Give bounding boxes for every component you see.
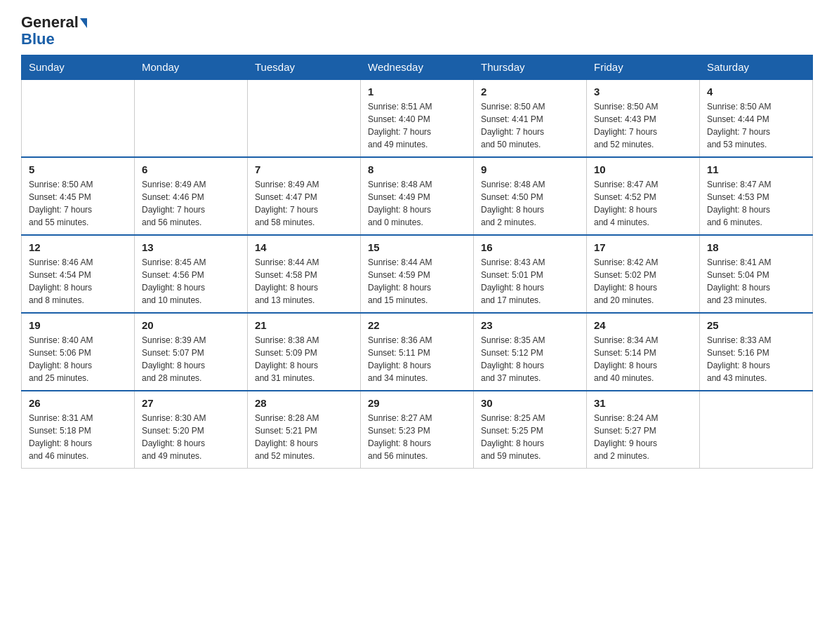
calendar-day-9: 9Sunrise: 8:48 AM Sunset: 4:50 PM Daylig… [474, 157, 587, 235]
day-number: 12 [29, 241, 127, 253]
calendar-empty-cell [248, 79, 361, 157]
day-info: Sunrise: 8:50 AM Sunset: 4:41 PM Dayligh… [481, 100, 579, 151]
calendar-day-3: 3Sunrise: 8:50 AM Sunset: 4:43 PM Daylig… [587, 79, 700, 157]
calendar-day-17: 17Sunrise: 8:42 AM Sunset: 5:02 PM Dayli… [587, 235, 700, 313]
day-number: 2 [481, 86, 579, 98]
day-number: 22 [368, 319, 466, 331]
day-number: 11 [707, 163, 805, 175]
calendar-empty-cell [22, 79, 135, 157]
day-number: 19 [29, 319, 127, 331]
calendar-day-30: 30Sunrise: 8:25 AM Sunset: 5:25 PM Dayli… [474, 391, 587, 469]
day-header-sunday: Sunday [22, 55, 135, 80]
calendar-day-1: 1Sunrise: 8:51 AM Sunset: 4:40 PM Daylig… [361, 79, 474, 157]
calendar-empty-cell [700, 391, 813, 469]
calendar-day-28: 28Sunrise: 8:28 AM Sunset: 5:21 PM Dayli… [248, 391, 361, 469]
logo: General Blue [21, 14, 87, 48]
day-number: 1 [368, 86, 466, 98]
logo-blue-text: Blue [21, 30, 55, 48]
day-info: Sunrise: 8:41 AM Sunset: 5:04 PM Dayligh… [707, 256, 805, 307]
calendar-header-row: SundayMondayTuesdayWednesdayThursdayFrid… [22, 55, 813, 80]
calendar-day-18: 18Sunrise: 8:41 AM Sunset: 5:04 PM Dayli… [700, 235, 813, 313]
calendar-day-13: 13Sunrise: 8:45 AM Sunset: 4:56 PM Dayli… [135, 235, 248, 313]
day-number: 20 [142, 319, 240, 331]
page-header: General Blue [21, 14, 813, 48]
calendar-day-31: 31Sunrise: 8:24 AM Sunset: 5:27 PM Dayli… [587, 391, 700, 469]
day-number: 6 [142, 163, 240, 175]
day-info: Sunrise: 8:46 AM Sunset: 4:54 PM Dayligh… [29, 256, 127, 307]
day-info: Sunrise: 8:28 AM Sunset: 5:21 PM Dayligh… [255, 412, 353, 462]
day-info: Sunrise: 8:50 AM Sunset: 4:44 PM Dayligh… [707, 100, 805, 151]
day-info: Sunrise: 8:33 AM Sunset: 5:16 PM Dayligh… [707, 334, 805, 384]
calendar-day-7: 7Sunrise: 8:49 AM Sunset: 4:47 PM Daylig… [248, 157, 361, 235]
calendar-week-row: 1Sunrise: 8:51 AM Sunset: 4:40 PM Daylig… [22, 79, 813, 157]
calendar-week-row: 19Sunrise: 8:40 AM Sunset: 5:06 PM Dayli… [22, 313, 813, 391]
calendar-day-27: 27Sunrise: 8:30 AM Sunset: 5:20 PM Dayli… [135, 391, 248, 469]
day-info: Sunrise: 8:47 AM Sunset: 4:53 PM Dayligh… [707, 178, 805, 229]
day-info: Sunrise: 8:42 AM Sunset: 5:02 PM Dayligh… [594, 256, 692, 307]
day-info: Sunrise: 8:27 AM Sunset: 5:23 PM Dayligh… [368, 412, 466, 462]
calendar-empty-cell [135, 79, 248, 157]
day-header-friday: Friday [587, 55, 700, 80]
calendar-day-15: 15Sunrise: 8:44 AM Sunset: 4:59 PM Dayli… [361, 235, 474, 313]
day-number: 24 [594, 319, 692, 331]
day-number: 4 [707, 86, 805, 98]
day-header-tuesday: Tuesday [248, 55, 361, 80]
day-info: Sunrise: 8:45 AM Sunset: 4:56 PM Dayligh… [142, 256, 240, 307]
calendar-day-6: 6Sunrise: 8:49 AM Sunset: 4:46 PM Daylig… [135, 157, 248, 235]
day-header-monday: Monday [135, 55, 248, 80]
day-number: 21 [255, 319, 353, 331]
calendar-week-row: 5Sunrise: 8:50 AM Sunset: 4:45 PM Daylig… [22, 157, 813, 235]
calendar-day-19: 19Sunrise: 8:40 AM Sunset: 5:06 PM Dayli… [22, 313, 135, 391]
day-number: 25 [707, 319, 805, 331]
day-number: 31 [594, 397, 692, 409]
day-info: Sunrise: 8:35 AM Sunset: 5:12 PM Dayligh… [481, 334, 579, 384]
calendar-day-21: 21Sunrise: 8:38 AM Sunset: 5:09 PM Dayli… [248, 313, 361, 391]
calendar-day-11: 11Sunrise: 8:47 AM Sunset: 4:53 PM Dayli… [700, 157, 813, 235]
day-info: Sunrise: 8:30 AM Sunset: 5:20 PM Dayligh… [142, 412, 240, 462]
day-info: Sunrise: 8:38 AM Sunset: 5:09 PM Dayligh… [255, 334, 353, 384]
day-number: 15 [368, 241, 466, 253]
day-number: 7 [255, 163, 353, 175]
logo-triangle-icon [80, 18, 87, 28]
day-info: Sunrise: 8:44 AM Sunset: 4:58 PM Dayligh… [255, 256, 353, 307]
day-number: 8 [368, 163, 466, 175]
calendar-week-row: 26Sunrise: 8:31 AM Sunset: 5:18 PM Dayli… [22, 391, 813, 469]
day-info: Sunrise: 8:47 AM Sunset: 4:52 PM Dayligh… [594, 178, 692, 229]
day-number: 10 [594, 163, 692, 175]
day-number: 28 [255, 397, 353, 409]
day-info: Sunrise: 8:34 AM Sunset: 5:14 PM Dayligh… [594, 334, 692, 384]
day-info: Sunrise: 8:49 AM Sunset: 4:47 PM Dayligh… [255, 178, 353, 229]
calendar-day-23: 23Sunrise: 8:35 AM Sunset: 5:12 PM Dayli… [474, 313, 587, 391]
day-info: Sunrise: 8:48 AM Sunset: 4:49 PM Dayligh… [368, 178, 466, 229]
calendar-day-10: 10Sunrise: 8:47 AM Sunset: 4:52 PM Dayli… [587, 157, 700, 235]
day-number: 16 [481, 241, 579, 253]
day-info: Sunrise: 8:24 AM Sunset: 5:27 PM Dayligh… [594, 412, 692, 462]
day-info: Sunrise: 8:43 AM Sunset: 5:01 PM Dayligh… [481, 256, 579, 307]
calendar-day-16: 16Sunrise: 8:43 AM Sunset: 5:01 PM Dayli… [474, 235, 587, 313]
calendar-day-5: 5Sunrise: 8:50 AM Sunset: 4:45 PM Daylig… [22, 157, 135, 235]
day-header-thursday: Thursday [474, 55, 587, 80]
day-info: Sunrise: 8:44 AM Sunset: 4:59 PM Dayligh… [368, 256, 466, 307]
day-number: 9 [481, 163, 579, 175]
calendar-day-14: 14Sunrise: 8:44 AM Sunset: 4:58 PM Dayli… [248, 235, 361, 313]
calendar-day-29: 29Sunrise: 8:27 AM Sunset: 5:23 PM Dayli… [361, 391, 474, 469]
logo-general-text: General [21, 13, 79, 31]
day-info: Sunrise: 8:51 AM Sunset: 4:40 PM Dayligh… [368, 100, 466, 151]
day-number: 29 [368, 397, 466, 409]
calendar-week-row: 12Sunrise: 8:46 AM Sunset: 4:54 PM Dayli… [22, 235, 813, 313]
calendar-day-12: 12Sunrise: 8:46 AM Sunset: 4:54 PM Dayli… [22, 235, 135, 313]
day-info: Sunrise: 8:50 AM Sunset: 4:43 PM Dayligh… [594, 100, 692, 151]
calendar-day-22: 22Sunrise: 8:36 AM Sunset: 5:11 PM Dayli… [361, 313, 474, 391]
day-header-wednesday: Wednesday [361, 55, 474, 80]
calendar-table: SundayMondayTuesdayWednesdayThursdayFrid… [21, 55, 813, 469]
day-info: Sunrise: 8:25 AM Sunset: 5:25 PM Dayligh… [481, 412, 579, 462]
calendar-day-26: 26Sunrise: 8:31 AM Sunset: 5:18 PM Dayli… [22, 391, 135, 469]
day-number: 5 [29, 163, 127, 175]
calendar-day-25: 25Sunrise: 8:33 AM Sunset: 5:16 PM Dayli… [700, 313, 813, 391]
day-info: Sunrise: 8:50 AM Sunset: 4:45 PM Dayligh… [29, 178, 127, 229]
day-info: Sunrise: 8:31 AM Sunset: 5:18 PM Dayligh… [29, 412, 127, 462]
day-number: 13 [142, 241, 240, 253]
day-number: 26 [29, 397, 127, 409]
calendar-day-24: 24Sunrise: 8:34 AM Sunset: 5:14 PM Dayli… [587, 313, 700, 391]
day-info: Sunrise: 8:39 AM Sunset: 5:07 PM Dayligh… [142, 334, 240, 384]
